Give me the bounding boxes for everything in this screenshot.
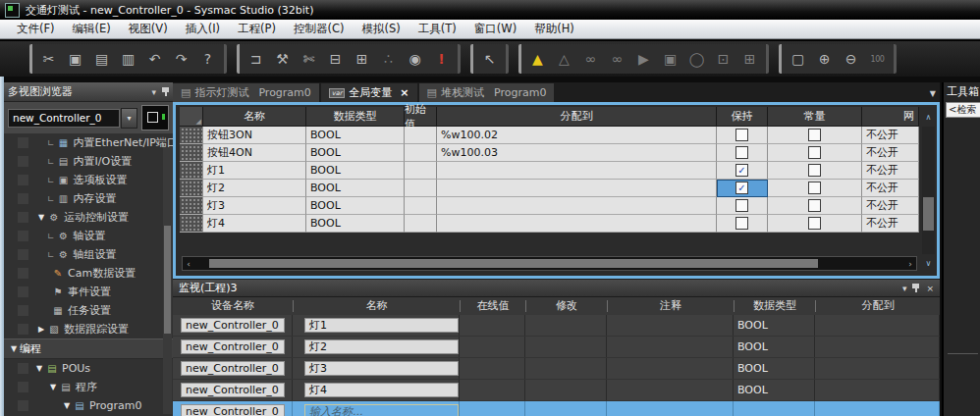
tree-item-memory-settings[interactable]: ∟▥内存设置 [4, 189, 173, 208]
help-button[interactable]: ? [195, 47, 220, 71]
tree-item-io-settings[interactable]: ∟▤内置I/O设置 [4, 152, 173, 171]
online-value-cell[interactable] [460, 358, 525, 379]
col-retain[interactable]: 保持 [717, 107, 768, 127]
name-cell[interactable]: 灯3 [304, 361, 459, 376]
col-name[interactable]: 名称 [203, 107, 306, 127]
constant-checkbox[interactable] [808, 129, 821, 141]
row-handle[interactable] [180, 162, 203, 180]
select-all-corner[interactable]: ◢ [180, 107, 203, 127]
device-cell[interactable]: new_Controller_0 [181, 318, 285, 333]
watch-off-button[interactable]: ∞ [605, 47, 629, 71]
tree-item-ethernet-ip[interactable]: ∟▦内置EtherNet/IP端口设置 [4, 133, 173, 152]
delete-button[interactable]: ▥ [116, 47, 140, 71]
col-device[interactable]: 设备名称 [173, 300, 293, 312]
tree-item-event-settings[interactable]: ⚑事件设置 [4, 283, 173, 301]
col-name[interactable]: 名称 [293, 300, 460, 312]
retain-checkbox[interactable] [735, 199, 748, 212]
modify-cell[interactable] [525, 380, 607, 400]
col-constant[interactable]: 常量 [768, 107, 862, 127]
scroll-right-icon[interactable]: › [904, 259, 916, 269]
pages-button[interactable]: ▣ [658, 47, 682, 71]
comment-cell[interactable] [607, 358, 734, 379]
scroll-left-icon[interactable]: ‹ [183, 259, 194, 269]
cell-name[interactable]: 灯1 [203, 162, 306, 180]
col-online-value[interactable]: 在线值 [460, 300, 525, 312]
abort-button[interactable]: ! [429, 47, 454, 71]
col-network[interactable]: 网 [862, 107, 919, 127]
tree-section-programming[interactable]: ▼编程 [4, 338, 173, 359]
warning-hide-button[interactable]: △ [552, 47, 576, 71]
tree-item-option-board[interactable]: ∟▣选项板设置 [4, 171, 173, 189]
row-handle[interactable] [180, 215, 203, 233]
tree-item-motion-control[interactable]: ▼⚙运动控制设置 [4, 208, 173, 227]
comment-cell[interactable] [607, 337, 734, 357]
cell-assign[interactable] [437, 162, 717, 180]
tree-item-axis-group-settings[interactable]: ∟⚙轴组设置 [4, 245, 173, 264]
select-frame-button[interactable]: ▢ [786, 47, 810, 71]
device-cell[interactable]: new_Controller_0 [181, 361, 285, 376]
name-cell[interactable]: 灯4 [304, 383, 459, 397]
tree-item-cam-data[interactable]: ✎Cam数据设置 [4, 264, 173, 283]
cell-type[interactable]: BOOL [306, 215, 405, 233]
cell-network[interactable]: 不公开 [862, 215, 919, 233]
vertical-scrollbar[interactable]: ∧ ∨ [922, 127, 935, 254]
row-handle[interactable] [180, 144, 203, 162]
menu-simulation[interactable]: 模拟(S) [354, 20, 409, 38]
retain-checkbox[interactable] [735, 182, 748, 194]
row-handle[interactable] [180, 127, 203, 144]
name-cell[interactable]: 灯1 [304, 318, 459, 333]
cell-network[interactable]: 不公开 [862, 162, 919, 180]
online-value-cell[interactable] [460, 380, 525, 400]
menu-insert[interactable]: 插入(I) [177, 20, 229, 38]
paste-button[interactable]: ▤ [89, 47, 114, 71]
rebuild-button[interactable]: ✄ [297, 47, 321, 71]
cell-initial[interactable] [405, 197, 437, 215]
cell-initial[interactable] [405, 180, 437, 197]
modify-cell[interactable] [525, 358, 607, 379]
cut-button[interactable]: ✂ [36, 47, 61, 71]
cell-network[interactable]: 不公开 [862, 144, 919, 162]
cell-network[interactable]: 不公开 [862, 197, 919, 215]
tree-item-task-settings[interactable]: ▦任务设置 [4, 301, 173, 320]
constant-checkbox[interactable] [808, 164, 821, 177]
constant-checkbox[interactable] [808, 146, 821, 159]
comment-cell[interactable] [607, 401, 734, 416]
col-assign[interactable]: 分配到 [437, 107, 717, 127]
online-value-cell[interactable] [460, 315, 525, 336]
record-button[interactable]: ◯ [684, 47, 709, 71]
cell-network[interactable]: 不公开 [862, 127, 919, 144]
col-datatype[interactable]: 数据类型 [306, 107, 405, 127]
constant-checkbox[interactable] [808, 182, 821, 194]
sidebar-scrollbar[interactable] [163, 147, 172, 414]
modify-cell[interactable] [525, 337, 607, 357]
cell-initial[interactable] [405, 215, 437, 233]
copy-button[interactable]: ▣ [63, 47, 87, 71]
menu-tools[interactable]: 工具(T) [409, 20, 465, 38]
tab-indicator-test[interactable]: ▤ 指示灯测试 Program0 [173, 83, 319, 102]
cell-initial[interactable] [405, 162, 437, 180]
constant-checkbox[interactable] [808, 217, 821, 230]
warning-show-button[interactable]: ▲ [525, 47, 550, 71]
cell-name[interactable]: 灯2 [203, 180, 306, 197]
cell-name[interactable]: 按钮4ON [203, 144, 306, 162]
online-value-cell[interactable] [460, 401, 525, 416]
vertical-scrollbar-thumb[interactable] [923, 197, 934, 231]
cell-type[interactable]: BOOL [306, 162, 405, 180]
pin-icon[interactable] [162, 87, 169, 96]
name-input-placeholder[interactable]: 输入名称... [304, 404, 459, 416]
cell-name[interactable]: 按钮3ON [203, 127, 306, 144]
device-cell[interactable]: new_Controller_0 [181, 383, 285, 397]
cell-type[interactable]: BOOL [306, 197, 405, 215]
menu-window[interactable]: 窗口(W) [465, 20, 525, 38]
cell-assign[interactable] [437, 197, 717, 215]
col-initial[interactable]: 初始值 [405, 107, 437, 127]
cell-initial[interactable] [405, 144, 437, 162]
tab-stack-test[interactable]: ▤ 堆栈测试 Program0 [419, 83, 555, 102]
menu-view[interactable]: 视图(V) [120, 20, 177, 38]
name-cell[interactable]: 灯2 [304, 339, 459, 354]
retain-checkbox[interactable] [735, 146, 748, 159]
menu-file[interactable]: 文件(F) [8, 20, 64, 38]
watch-button[interactable]: ∞ [578, 47, 603, 71]
menu-edit[interactable]: 编辑(E) [64, 20, 120, 38]
zoom-in-button[interactable]: ⊕ [812, 47, 837, 71]
